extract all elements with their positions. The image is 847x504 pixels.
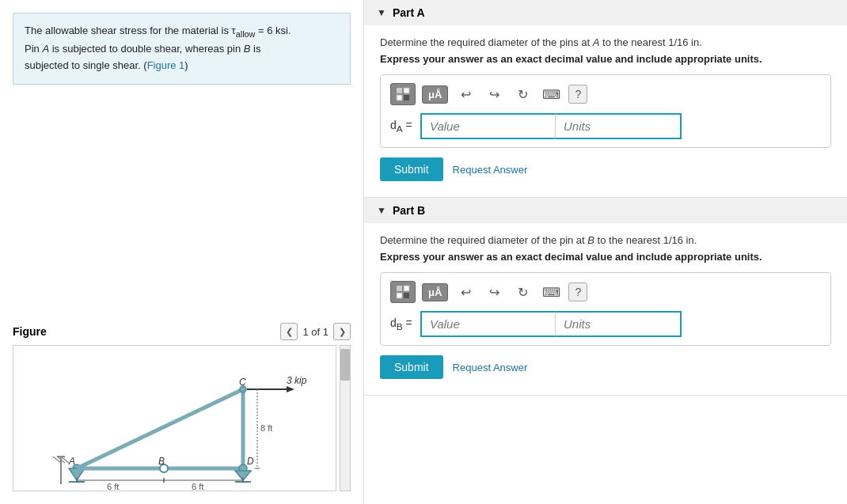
figure-section: Figure ❮ 1 of 1 ❯ <box>13 323 351 491</box>
undo-button-b[interactable]: ↩ <box>454 281 477 303</box>
svg-rect-42 <box>397 293 402 298</box>
redo-button-b[interactable]: ↪ <box>483 281 505 303</box>
part-a-bold: Express your answer as an exact decimal … <box>380 53 831 65</box>
part-a-toolbar: μÅ ↩ ↪ ↻ ⌨ ? <box>390 83 821 105</box>
svg-text:A: A <box>68 456 75 467</box>
svg-line-4 <box>61 457 69 463</box>
refresh-button-b[interactable]: ↻ <box>511 281 534 303</box>
part-b-input-label: dB = <box>390 316 414 332</box>
right-panel: ▼ Part A Determine the required diameter… <box>364 0 847 504</box>
part-a-units-input[interactable] <box>555 113 682 139</box>
part-a-request-link[interactable]: Request Answer <box>453 164 528 176</box>
part-b-units-input[interactable] <box>555 311 682 337</box>
svg-text:8 ft: 8 ft <box>260 423 272 433</box>
svg-text:6 ft: 6 ft <box>107 482 119 491</box>
svg-text:6 ft: 6 ft <box>192 482 203 491</box>
refresh-button-a[interactable]: ↻ <box>511 83 534 105</box>
mu-button-a[interactable]: μÅ <box>422 85 448 104</box>
help-button-b[interactable]: ? <box>568 282 587 301</box>
keyboard-button-b[interactable]: ⌨ <box>540 281 562 303</box>
part-a-answer-box: μÅ ↩ ↪ ↻ ⌨ ? dA = <box>380 74 831 148</box>
left-panel: The allowable shear stress for the mater… <box>0 0 364 504</box>
mu-button-b[interactable]: μÅ <box>422 283 448 301</box>
scrollbar-thumb <box>340 349 350 381</box>
part-a-input-row: dA = <box>390 113 821 139</box>
svg-rect-38 <box>397 95 402 100</box>
figure-header: Figure ❮ 1 of 1 ❯ <box>13 323 351 340</box>
svg-marker-18 <box>287 386 294 392</box>
part-b-action-row: Submit Request Answer <box>380 355 831 379</box>
part-b-label: Part B <box>393 204 425 217</box>
help-button-a[interactable]: ? <box>568 85 587 104</box>
figure-scrollbar[interactable] <box>340 345 351 491</box>
part-b-instruction: Determine the required diameter of the p… <box>380 234 831 246</box>
part-a-section: ▼ Part A Determine the required diameter… <box>364 0 847 198</box>
figure-link[interactable]: Figure 1 <box>147 59 185 71</box>
part-a-instruction: Determine the required diameter of the p… <box>380 36 831 48</box>
part-b-toolbar: μÅ ↩ ↪ ↻ ⌨ ? <box>390 281 821 303</box>
svg-text:D: D <box>247 456 254 467</box>
svg-rect-40 <box>397 286 402 291</box>
figure-nav: ❮ 1 of 1 ❯ <box>280 323 351 340</box>
redo-button-a[interactable]: ↪ <box>483 83 505 105</box>
part-b-request-link[interactable]: Request Answer <box>453 362 528 373</box>
svg-text:C: C <box>239 377 246 388</box>
part-a-label: Part A <box>393 6 425 19</box>
undo-button-a[interactable]: ↩ <box>454 83 477 105</box>
figure-wrapper: 3 kip C A B D 8 ft 6 ft <box>13 345 351 491</box>
part-b-collapse-arrow[interactable]: ▼ <box>377 205 386 216</box>
matrix-button-a[interactable] <box>390 83 416 105</box>
figure-page-label: 1 of 1 <box>302 326 329 338</box>
figure-title: Figure <box>13 325 47 338</box>
part-b-input-row: dB = <box>390 311 821 337</box>
part-a-collapse-arrow[interactable]: ▼ <box>377 7 386 18</box>
svg-text:3 kip: 3 kip <box>287 375 307 386</box>
part-b-value-input[interactable] <box>420 311 555 337</box>
next-figure-button[interactable]: ❯ <box>333 323 351 340</box>
svg-rect-43 <box>404 293 409 298</box>
figure-canvas: 3 kip C A B D 8 ft 6 ft <box>13 345 336 491</box>
svg-rect-37 <box>404 88 409 93</box>
part-a-input-label: dA = <box>390 119 414 134</box>
svg-rect-41 <box>404 286 409 291</box>
part-b-submit-button[interactable]: Submit <box>380 355 443 379</box>
prev-figure-button[interactable]: ❮ <box>280 323 298 340</box>
part-b-bold: Express your answer as an exact decimal … <box>380 251 831 263</box>
svg-rect-39 <box>404 95 409 100</box>
problem-text: The allowable shear stress for the mater… <box>25 25 291 71</box>
part-a-action-row: Submit Request Answer <box>380 157 831 181</box>
part-b-header: ▼ Part B <box>364 198 847 223</box>
svg-text:B: B <box>158 456 165 467</box>
svg-rect-36 <box>397 88 402 93</box>
keyboard-button-a[interactable]: ⌨ <box>540 83 562 105</box>
svg-line-2 <box>53 457 61 463</box>
part-b-section: ▼ Part B Determine the required diameter… <box>364 198 847 396</box>
part-a-value-input[interactable] <box>420 113 555 139</box>
part-b-answer-box: μÅ ↩ ↪ ↻ ⌨ ? dB = <box>380 272 831 346</box>
problem-statement: The allowable shear stress for the mater… <box>13 13 351 85</box>
part-a-submit-button[interactable]: Submit <box>380 157 443 181</box>
matrix-button-b[interactable] <box>390 281 416 303</box>
part-a-header: ▼ Part A <box>364 0 847 25</box>
